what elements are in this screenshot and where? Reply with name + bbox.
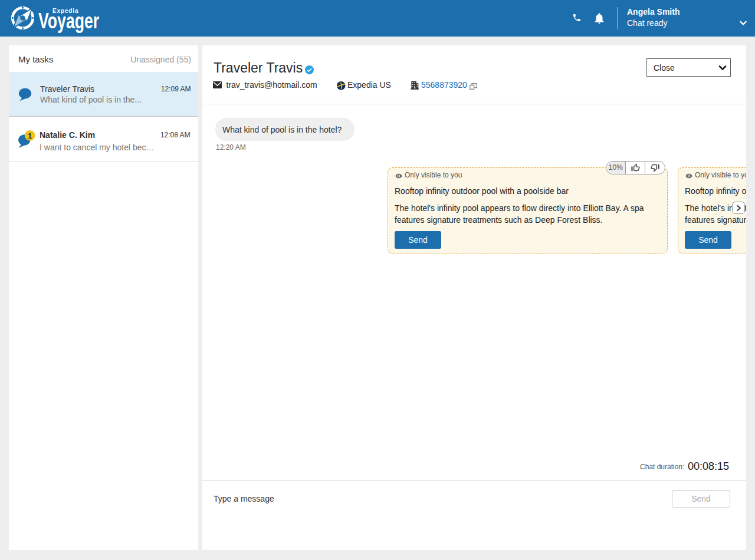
svg-text:1: 1	[28, 131, 32, 140]
